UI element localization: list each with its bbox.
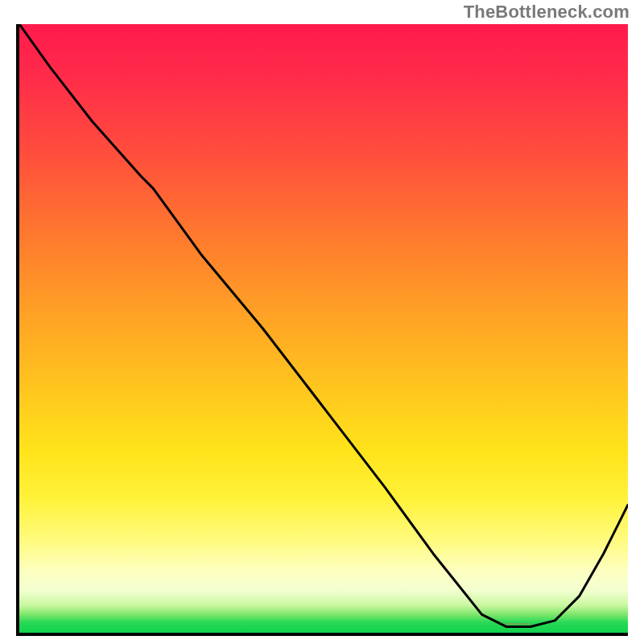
- minimum-marker: ·········: [505, 619, 532, 628]
- bottleneck-curve: [19, 24, 628, 626]
- chart-stage: TheBottleneck.com ·········: [0, 0, 644, 644]
- curve-svg: [19, 24, 628, 633]
- watermark-text: TheBottleneck.com: [464, 2, 630, 23]
- plot-area: ·········: [16, 24, 628, 636]
